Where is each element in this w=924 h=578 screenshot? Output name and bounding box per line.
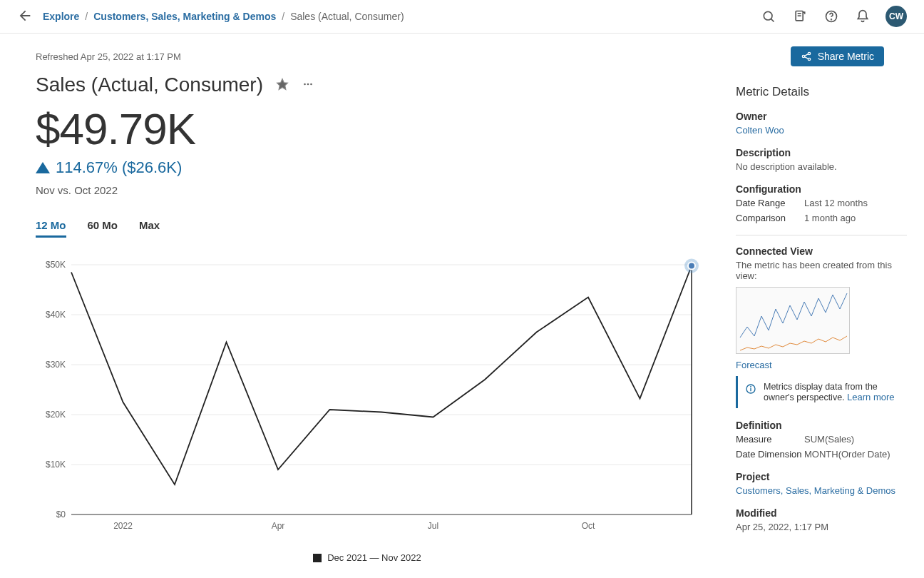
svg-text:Jul: Jul — [428, 521, 438, 531]
more-icon[interactable] — [302, 78, 314, 93]
svg-point-15 — [310, 83, 312, 85]
star-icon[interactable] — [276, 78, 289, 93]
project-link[interactable]: Customers, Sales, Marketing & Demos — [736, 485, 895, 496]
back-icon[interactable] — [17, 8, 33, 26]
svg-marker-12 — [277, 78, 288, 89]
refreshed-text: Refreshed Apr 25, 2022 at 1:17 PM — [36, 51, 181, 62]
svg-text:$20K: $20K — [46, 410, 66, 420]
breadcrumb: Explore / Customers, Sales, Marketing & … — [43, 11, 404, 22]
svg-point-37 — [751, 386, 751, 387]
range-tabs: 12 Mo 60 Mo Max — [36, 219, 699, 238]
compare-text: Nov vs. Oct 2022 — [36, 184, 699, 196]
svg-text:$10K: $10K — [46, 460, 66, 470]
crumb-sep: / — [282, 11, 284, 22]
forecast-link[interactable]: Forecast — [736, 360, 772, 370]
crumb-current: Sales (Actual, Consumer) — [290, 11, 404, 22]
svg-text:2022: 2022 — [113, 521, 133, 531]
up-arrow-icon — [36, 162, 50, 173]
svg-line-10 — [804, 54, 808, 56]
owner-label: Owner — [736, 111, 907, 122]
owner-link[interactable]: Colten Woo — [736, 125, 784, 136]
info-banner: Metrics display data from the owner's pe… — [736, 376, 907, 408]
crumb-sep: / — [85, 11, 88, 22]
svg-text:$0: $0 — [56, 509, 66, 519]
metric-delta: 114.67% ($26.6K) — [36, 158, 699, 177]
learn-more-link[interactable]: Learn more — [847, 392, 894, 402]
topbar: Explore / Customers, Sales, Marketing & … — [0, 0, 924, 34]
svg-text:Oct: Oct — [582, 521, 595, 531]
trend-chart[interactable]: $0$10K$20K$30K$40K$50K2022AprJulOct — [36, 258, 699, 545]
svg-text:Apr: Apr — [272, 521, 285, 531]
svg-line-11 — [804, 57, 808, 59]
metric-value: $49.79K — [36, 103, 699, 154]
bell-icon[interactable] — [854, 8, 871, 25]
connected-view-thumb[interactable] — [736, 287, 850, 354]
crumb-explore[interactable]: Explore — [43, 11, 79, 22]
svg-point-14 — [307, 83, 309, 85]
svg-line-1 — [771, 19, 774, 21]
svg-text:$50K: $50K — [46, 260, 66, 270]
svg-text:$40K: $40K — [46, 310, 66, 320]
connected-text: The metric has been created from this vi… — [736, 260, 907, 281]
connected-label: Connected View — [736, 245, 907, 257]
search-icon[interactable] — [760, 8, 777, 25]
avatar[interactable]: CW — [885, 6, 907, 27]
project-label: Project — [736, 471, 907, 482]
note-icon[interactable] — [791, 8, 808, 25]
share-metric-button[interactable]: Share Metric — [791, 46, 884, 66]
tab-12mo[interactable]: 12 Mo — [36, 219, 66, 238]
description-label: Description — [736, 147, 907, 158]
svg-point-13 — [304, 83, 306, 85]
metric-details-panel: Metric Details Owner Colten Woo Descript… — [727, 41, 907, 578]
chart-legend: Dec 2021 — Nov 2022 — [36, 552, 699, 563]
svg-point-34 — [688, 262, 695, 269]
description-text: No description available. — [736, 161, 907, 172]
help-icon[interactable] — [823, 8, 840, 25]
svg-point-6 — [831, 19, 832, 20]
side-heading: Metric Details — [736, 85, 907, 99]
svg-point-0 — [764, 11, 772, 20]
tab-max[interactable]: Max — [139, 219, 160, 238]
definition-label: Definition — [736, 420, 907, 431]
page-title: Sales (Actual, Consumer) — [36, 73, 263, 96]
config-label: Configuration — [736, 183, 907, 195]
svg-text:$30K: $30K — [46, 360, 66, 370]
modified-label: Modified — [736, 507, 907, 519]
crumb-project[interactable]: Customers, Sales, Marketing & Demos — [93, 11, 276, 22]
tab-60mo[interactable]: 60 Mo — [88, 219, 118, 238]
modified-text: Apr 25, 2022, 1:17 PM — [736, 522, 907, 532]
